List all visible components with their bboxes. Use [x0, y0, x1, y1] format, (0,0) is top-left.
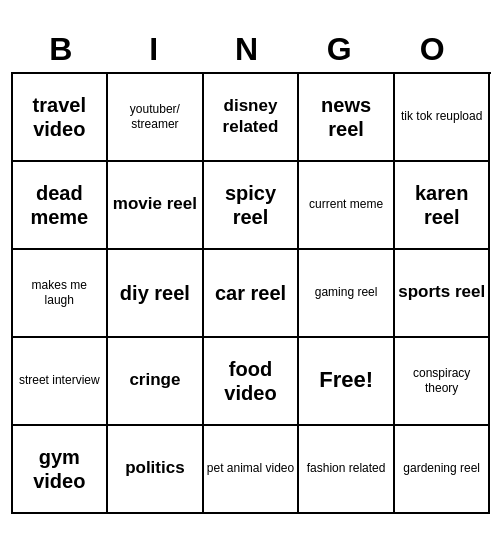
cell-text: tik tok reupload [401, 109, 482, 123]
bingo-cell: gardening reel [395, 426, 491, 514]
bingo-cell: dead meme [13, 162, 109, 250]
cell-text: youtuber/ streamer [111, 102, 199, 131]
bingo-cell: current meme [299, 162, 395, 250]
cell-text: politics [125, 458, 185, 478]
cell-text: news reel [302, 93, 390, 141]
cell-text: diy reel [120, 281, 190, 305]
bingo-cell: street interview [13, 338, 109, 426]
cell-text: fashion related [307, 461, 386, 475]
bingo-cell: karen reel [395, 162, 491, 250]
cell-text: cringe [129, 370, 180, 390]
bingo-title: BINGO [11, 31, 491, 68]
cell-text: gardening reel [403, 461, 480, 475]
bingo-cell: sports reel [395, 250, 491, 338]
cell-text: Free! [319, 367, 373, 393]
bingo-grid: travel videoyoutuber/ streamerdisney rel… [11, 72, 491, 514]
bingo-cell: diy reel [108, 250, 204, 338]
bingo-cell: youtuber/ streamer [108, 74, 204, 162]
cell-text: car reel [215, 281, 286, 305]
cell-text: gym video [16, 445, 104, 493]
cell-text: conspiracy theory [398, 366, 486, 395]
cell-text: sports reel [398, 282, 485, 302]
title-letter: B [21, 31, 109, 68]
bingo-cell: news reel [299, 74, 395, 162]
cell-text: gaming reel [315, 285, 378, 299]
cell-text: food video [207, 357, 295, 405]
bingo-cell: Free! [299, 338, 395, 426]
bingo-cell: fashion related [299, 426, 395, 514]
cell-text: travel video [16, 93, 104, 141]
cell-text: disney related [207, 96, 295, 137]
bingo-cell: disney related [204, 74, 300, 162]
bingo-cell: travel video [13, 74, 109, 162]
title-letter: G [299, 31, 387, 68]
bingo-cell: gaming reel [299, 250, 395, 338]
title-letter: I [114, 31, 202, 68]
bingo-cell: conspiracy theory [395, 338, 491, 426]
cell-text: makes me laugh [16, 278, 104, 307]
bingo-cell: politics [108, 426, 204, 514]
bingo-card: BINGO travel videoyoutuber/ streamerdisn… [11, 31, 491, 514]
cell-text: spicy reel [207, 181, 295, 229]
cell-text: pet animal video [207, 461, 294, 475]
bingo-cell: food video [204, 338, 300, 426]
cell-text: street interview [19, 373, 100, 387]
bingo-cell: car reel [204, 250, 300, 338]
bingo-cell: spicy reel [204, 162, 300, 250]
title-letter: N [206, 31, 294, 68]
cell-text: karen reel [398, 181, 486, 229]
bingo-cell: gym video [13, 426, 109, 514]
bingo-cell: movie reel [108, 162, 204, 250]
bingo-cell: cringe [108, 338, 204, 426]
cell-text: current meme [309, 197, 383, 211]
cell-text: movie reel [113, 194, 197, 214]
title-letter: O [392, 31, 480, 68]
bingo-cell: pet animal video [204, 426, 300, 514]
bingo-cell: tik tok reupload [395, 74, 491, 162]
cell-text: dead meme [16, 181, 104, 229]
bingo-cell: makes me laugh [13, 250, 109, 338]
